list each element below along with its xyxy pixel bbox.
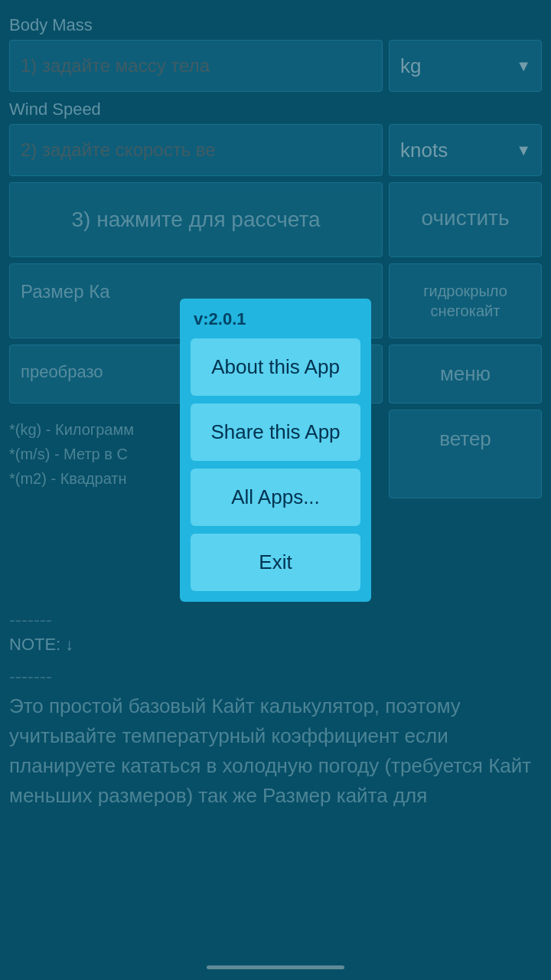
exit-button[interactable]: Exit [191,534,360,591]
modal-box: v:2.0.1 About this App Share this App Al… [180,299,371,602]
modal-overlay: v:2.0.1 About this App Share this App Al… [0,0,551,980]
all-apps-button[interactable]: All Apps... [191,469,360,526]
share-app-button[interactable]: Share this App [191,403,360,461]
about-app-button[interactable]: About this App [191,338,360,396]
modal-version: v:2.0.1 [191,309,360,329]
